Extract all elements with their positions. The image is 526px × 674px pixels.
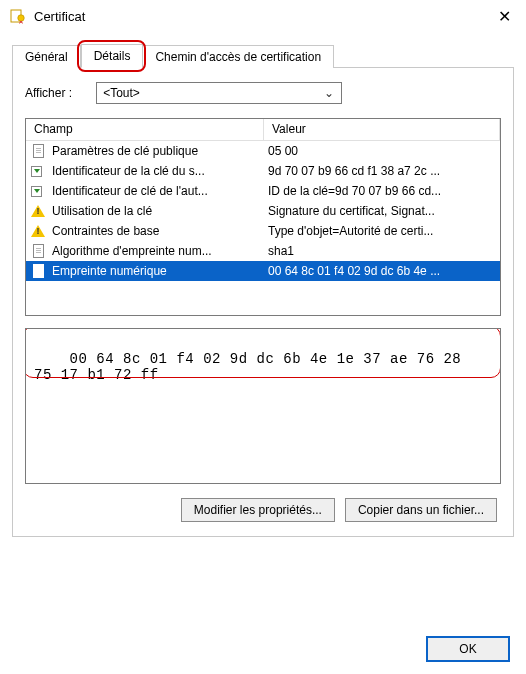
field-listview[interactable]: Champ Valeur Paramètres de clé publique … bbox=[25, 118, 501, 316]
tab-details-label: Détails bbox=[94, 49, 131, 63]
row-valeur: ID de la clé=9d 70 07 b9 66 cd... bbox=[268, 184, 441, 198]
tab-general-label: Général bbox=[25, 50, 68, 64]
tab-general[interactable]: Général bbox=[12, 45, 81, 68]
filter-row: Afficher : <Tout> ⌄ bbox=[25, 82, 501, 104]
tab-cert-path[interactable]: Chemin d'accès de certification bbox=[143, 45, 334, 68]
row-valeur: sha1 bbox=[268, 244, 294, 258]
close-button[interactable]: ✕ bbox=[492, 4, 516, 28]
tab-strip: Général Détails Chemin d'accès de certif… bbox=[12, 40, 514, 68]
chevron-down-icon: ⌄ bbox=[321, 86, 337, 100]
ext-icon bbox=[30, 183, 46, 199]
row-champ: Identificateur de la clé du s... bbox=[52, 164, 205, 178]
row-champ: Paramètres de clé publique bbox=[52, 144, 198, 158]
tab-details[interactable]: Détails bbox=[81, 44, 144, 68]
warn-icon bbox=[30, 223, 46, 239]
ok-button[interactable]: OK bbox=[426, 636, 510, 662]
listview-body: Paramètres de clé publique 05 00 Identif… bbox=[26, 141, 500, 281]
row-valeur: Type d'objet=Autorité de certi... bbox=[268, 224, 433, 238]
list-row[interactable]: Empreinte numérique 00 64 8c 01 f4 02 9d… bbox=[26, 261, 500, 281]
list-row[interactable]: Identificateur de la clé du s... 9d 70 0… bbox=[26, 161, 500, 181]
copy-to-file-button[interactable]: Copier dans un fichier... bbox=[345, 498, 497, 522]
row-valeur: 00 64 8c 01 f4 02 9d dc 6b 4e ... bbox=[268, 264, 440, 278]
listview-header: Champ Valeur bbox=[26, 119, 500, 141]
col-header-champ[interactable]: Champ bbox=[26, 119, 264, 140]
row-champ: Utilisation de la clé bbox=[52, 204, 152, 218]
window-title: Certificat bbox=[34, 9, 85, 24]
dialog-buttons: OK bbox=[426, 636, 510, 662]
title-bar: Certificat ✕ bbox=[0, 0, 526, 32]
row-champ: Contraintes de base bbox=[52, 224, 159, 238]
prop-icon bbox=[30, 263, 46, 279]
filter-combobox[interactable]: <Tout> ⌄ bbox=[96, 82, 342, 104]
button-row: Modifier les propriétés... Copier dans u… bbox=[25, 498, 501, 522]
details-panel: Afficher : <Tout> ⌄ Champ Valeur Paramèt… bbox=[12, 68, 514, 537]
edit-properties-button[interactable]: Modifier les propriétés... bbox=[181, 498, 335, 522]
ext-icon bbox=[30, 163, 46, 179]
list-row[interactable]: Algorithme d'empreinte num... sha1 bbox=[26, 241, 500, 261]
row-valeur: Signature du certificat, Signat... bbox=[268, 204, 435, 218]
row-champ: Algorithme d'empreinte num... bbox=[52, 244, 212, 258]
list-row[interactable]: Paramètres de clé publique 05 00 bbox=[26, 141, 500, 161]
page-icon bbox=[30, 143, 46, 159]
close-icon: ✕ bbox=[498, 7, 511, 26]
row-valeur: 05 00 bbox=[268, 144, 298, 158]
row-champ: Empreinte numérique bbox=[52, 264, 167, 278]
svg-point-1 bbox=[18, 15, 24, 21]
page-icon bbox=[30, 243, 46, 259]
list-row[interactable]: Identificateur de clé de l'aut... ID de … bbox=[26, 181, 500, 201]
value-text: 00 64 8c 01 f4 02 9d dc 6b 4e 1e 37 ae 7… bbox=[34, 351, 461, 383]
filter-value: <Tout> bbox=[103, 86, 321, 100]
list-row[interactable]: Contraintes de base Type d'objet=Autorit… bbox=[26, 221, 500, 241]
warn-icon bbox=[30, 203, 46, 219]
certificate-icon bbox=[10, 8, 26, 24]
col-header-valeur[interactable]: Valeur bbox=[264, 119, 500, 140]
filter-label: Afficher : bbox=[25, 86, 72, 100]
tab-cert-path-label: Chemin d'accès de certification bbox=[155, 50, 321, 64]
row-champ: Identificateur de clé de l'aut... bbox=[52, 184, 208, 198]
list-row[interactable]: Utilisation de la clé Signature du certi… bbox=[26, 201, 500, 221]
row-valeur: 9d 70 07 b9 66 cd f1 38 a7 2c ... bbox=[268, 164, 440, 178]
value-textbox[interactable]: 00 64 8c 01 f4 02 9d dc 6b 4e 1e 37 ae 7… bbox=[25, 328, 501, 484]
